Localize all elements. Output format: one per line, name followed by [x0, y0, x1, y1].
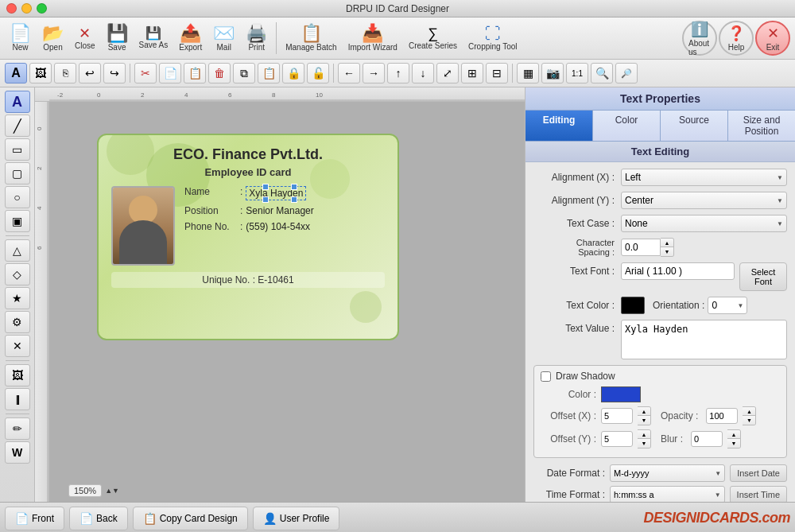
- distribute-btn[interactable]: ⊟: [486, 63, 508, 83]
- delete-btn[interactable]: 🗑: [208, 63, 231, 83]
- tab-source[interactable]: Source: [661, 111, 728, 141]
- char-spacing-up[interactable]: ▲: [661, 239, 673, 247]
- move-down-btn[interactable]: ↓: [412, 63, 434, 83]
- mail-icon: ✉️: [213, 25, 235, 42]
- save-as-button[interactable]: 💾 Save As: [134, 25, 173, 51]
- user-profile-button[interactable]: 👤 User Profile: [253, 507, 340, 530]
- zoom-dropdown[interactable]: ▲▼: [105, 487, 119, 495]
- help-button[interactable]: ❓ Help: [719, 21, 754, 56]
- phone-colon: :: [240, 221, 242, 232]
- maximize-window-button[interactable]: [37, 3, 47, 14]
- zoom-out-btn[interactable]: 🔎: [615, 63, 638, 83]
- about-us-button[interactable]: ℹ️ About us: [682, 21, 717, 56]
- blur-down[interactable]: ▼: [727, 439, 740, 448]
- shadow-offset-y-input[interactable]: [601, 431, 633, 447]
- close-button[interactable]: ✕ Close: [70, 25, 100, 52]
- gear-tool[interactable]: ⚙: [5, 311, 30, 333]
- move-left-btn[interactable]: ←: [338, 63, 360, 83]
- shadow-offset-y-up[interactable]: ▲: [638, 430, 650, 439]
- shadow-color-swatch[interactable]: [601, 386, 641, 402]
- rectangle-tool[interactable]: ▭: [5, 138, 30, 161]
- opacity-up[interactable]: ▲: [743, 407, 755, 416]
- cropping-tool-button[interactable]: ⛶ Cropping Tool: [463, 24, 522, 52]
- char-spacing-input[interactable]: [621, 239, 661, 256]
- canvas[interactable]: ECO. Finance Pvt.Ltd. Employee ID card N…: [49, 102, 525, 502]
- line-tool[interactable]: ╱: [5, 115, 30, 137]
- tab-editing[interactable]: Editing: [525, 111, 593, 141]
- copy-card-button[interactable]: 📋 Copy Card Design: [133, 507, 248, 530]
- export-button[interactable]: 📤 Export: [174, 23, 207, 53]
- rounded-rect2-tool[interactable]: ▣: [5, 210, 30, 232]
- text-color-swatch[interactable]: [621, 297, 645, 314]
- image-tool[interactable]: 🖼: [5, 364, 30, 386]
- redo-btn[interactable]: ↪: [103, 63, 126, 83]
- import-wizard-button[interactable]: 📥 Import Wizard: [343, 23, 402, 53]
- text-tool[interactable]: A: [5, 91, 30, 113]
- duplicate-btn[interactable]: ⧉: [233, 63, 255, 83]
- alignment-y-select[interactable]: TopCenterBottom: [621, 192, 787, 209]
- unlock-btn[interactable]: 🔓: [307, 63, 329, 83]
- triangle-tool[interactable]: △: [5, 239, 30, 262]
- barcode-tool[interactable]: |||: [5, 388, 30, 410]
- manage-batch-button[interactable]: 📋 Manage Batch: [281, 23, 342, 53]
- insert-time-button[interactable]: Insert Time: [730, 486, 787, 502]
- print-button[interactable]: 🖨️ Print: [241, 23, 272, 53]
- photo-btn[interactable]: 📷: [541, 63, 564, 83]
- paste-btn[interactable]: 📋: [184, 63, 206, 83]
- font-tool[interactable]: W: [5, 441, 30, 464]
- name-field-value[interactable]: Xyla Hayden: [246, 186, 306, 200]
- select-font-button[interactable]: Select Font: [739, 262, 787, 291]
- insert-date-button[interactable]: Insert Date: [730, 464, 787, 482]
- opacity-down[interactable]: ▼: [743, 416, 755, 425]
- open-button[interactable]: 📂 Open: [37, 23, 68, 53]
- new-button[interactable]: 📄 New: [5, 23, 36, 53]
- resize-btn[interactable]: ⤢: [436, 63, 459, 83]
- move-up-btn[interactable]: ↑: [387, 63, 409, 83]
- char-spacing-down[interactable]: ▼: [661, 247, 673, 256]
- back-button[interactable]: 📄 Back: [69, 507, 128, 530]
- create-series-button[interactable]: ∑ Create Series: [404, 25, 462, 52]
- time-format-select[interactable]: h:mm:ss aHH:mm:ssHH:mm: [610, 486, 725, 502]
- grid-btn[interactable]: ▦: [517, 63, 539, 83]
- zoom-in-btn[interactable]: 🔍: [591, 63, 613, 83]
- lock-btn[interactable]: 🔒: [282, 63, 304, 83]
- minimize-window-button[interactable]: [21, 3, 32, 14]
- name-field-label: Name: [184, 186, 240, 200]
- orientation-select[interactable]: 090180270: [708, 297, 747, 314]
- alignment-x-select[interactable]: LeftCenterRight: [621, 169, 787, 186]
- shadow-offset-x-input[interactable]: [601, 408, 633, 424]
- front-button[interactable]: 📄 Front: [5, 507, 64, 530]
- text-value-input[interactable]: Xyla Hayden: [621, 320, 787, 359]
- date-format-select[interactable]: M-d-yyyydd/MM/yyyyyyyy-MM-dd: [610, 464, 725, 482]
- diamond-tool[interactable]: ◇: [5, 263, 30, 285]
- text-case-select[interactable]: NoneUpperLower: [621, 215, 787, 232]
- cross-tool[interactable]: ✕: [5, 335, 30, 357]
- shadow-offset-x-down[interactable]: ▼: [638, 416, 650, 425]
- pen-tool[interactable]: ✏: [5, 417, 30, 440]
- opacity-input[interactable]: [706, 408, 738, 424]
- draw-shadow-checkbox[interactable]: [541, 371, 551, 382]
- undo-btn[interactable]: ↩: [79, 63, 101, 83]
- close-window-button[interactable]: [6, 3, 17, 14]
- ratio-btn[interactable]: 1:1: [566, 63, 588, 83]
- tab-color[interactable]: Color: [593, 111, 661, 141]
- blur-up[interactable]: ▲: [727, 430, 740, 439]
- save-button[interactable]: 💾 Save: [102, 23, 133, 53]
- cut-btn[interactable]: ✂: [134, 63, 157, 83]
- copy2-btn[interactable]: 📄: [159, 63, 181, 83]
- blur-input[interactable]: [691, 431, 723, 447]
- rounded-rect-tool[interactable]: ▢: [5, 162, 30, 184]
- image-insert-btn[interactable]: 🖼: [29, 63, 52, 83]
- shadow-offset-y-down[interactable]: ▼: [638, 439, 650, 448]
- copy-btn[interactable]: ⎘: [54, 63, 76, 83]
- tab-size-position[interactable]: Size and Position: [728, 111, 795, 141]
- ellipse-tool[interactable]: ○: [5, 186, 30, 208]
- star-tool[interactable]: ★: [5, 287, 30, 309]
- mail-button[interactable]: ✉️ Mail: [208, 23, 239, 53]
- shadow-offset-x-up[interactable]: ▲: [638, 407, 650, 416]
- text-tool-btn[interactable]: A: [5, 63, 27, 83]
- align-btn[interactable]: ⊞: [461, 63, 483, 83]
- move-right-btn[interactable]: →: [363, 63, 385, 83]
- exit-button[interactable]: ✕ Exit: [755, 21, 790, 56]
- group-btn[interactable]: 📋: [258, 63, 280, 83]
